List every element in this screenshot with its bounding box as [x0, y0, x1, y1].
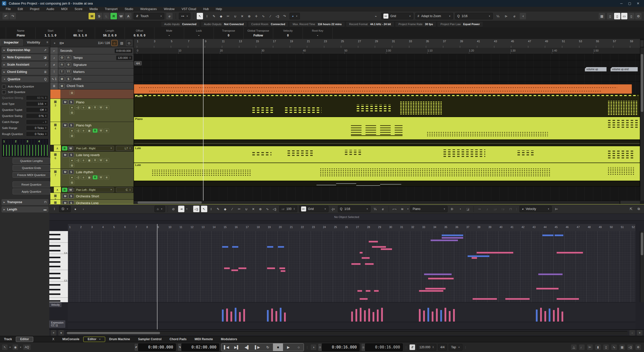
play-button[interactable]: ▶: [283, 343, 293, 351]
primary-time-display[interactable]: ◷0:00:16.000: [318, 343, 359, 351]
editor-pencil-tool[interactable]: ✎: [215, 206, 221, 212]
pencil-tool[interactable]: ✎: [211, 13, 217, 19]
spinner[interactable]: ▲▼: [129, 189, 131, 191]
midi-note[interactable]: [267, 246, 273, 248]
channel-settings-button[interactable]: ≣: [104, 105, 109, 110]
tap-tempo-button[interactable]: Tap▼: [449, 344, 462, 350]
write-automation-button[interactable]: W: [68, 146, 73, 151]
global-r-button[interactable]: R: [110, 13, 117, 19]
menu-studio[interactable]: Studio: [121, 7, 136, 11]
menu-transport[interactable]: Transport: [101, 7, 121, 11]
info-mute[interactable]: Mute-: [154, 27, 184, 39]
midi-note[interactable]: [471, 257, 477, 259]
auto-scroll-icon[interactable]: ⌁: [373, 13, 379, 19]
menu-help[interactable]: Help: [213, 7, 225, 11]
menu-audio[interactable]: Audio: [43, 7, 57, 11]
editor-pointer-tool[interactable]: ↖: [201, 206, 207, 212]
midi-note[interactable]: [366, 290, 371, 292]
move-insert-icon[interactable]: ↓♪: [492, 206, 498, 212]
drum-editor-icon[interactable]: ⊪: [449, 206, 455, 212]
midi-note[interactable]: [505, 298, 530, 300]
velocity-bar[interactable]: [436, 309, 438, 322]
q-panel-button[interactable]: e: [380, 206, 386, 212]
cycle-marker-volume-up-end[interactable]: volume up end: [611, 67, 638, 71]
chip-m[interactable]: M: [59, 84, 65, 88]
editor-tab-editor[interactable]: Editor▼: [83, 337, 105, 342]
editor-scissors-tool[interactable]: ✂: [236, 206, 243, 212]
setup-window-layout-button[interactable]: ⚙: [635, 13, 641, 19]
midi-event[interactable]: [134, 84, 632, 94]
midi-note[interactable]: [467, 255, 490, 257]
write-automation-button[interactable]: W: [98, 105, 103, 110]
cycle-button[interactable]: ↻: [263, 343, 273, 351]
menu-midi[interactable]: MIDI: [58, 7, 71, 11]
track-chord-track[interactable]: ≣MChord Track: [50, 82, 134, 90]
midi-note[interactable]: [538, 273, 563, 275]
audiowarp-quantize-icon[interactable]: ⊳: [503, 13, 509, 19]
monitor-button[interactable]: ◁): [75, 105, 80, 110]
velocity-bar[interactable]: [536, 310, 538, 322]
midi-note[interactable]: [280, 270, 286, 272]
edit-channel-button[interactable]: e: [81, 128, 86, 133]
retrospective-record-icon[interactable]: ◑: [80, 206, 86, 212]
signature-value[interactable]: 4/4: [438, 344, 447, 350]
info-start[interactable]: Start1. 1. 1. 0: [36, 27, 65, 39]
section-scale-assistant[interactable]: ▶Scale Assistant♪: [2, 62, 49, 68]
info-offset[interactable]: Offset0. 0. 0. 0: [125, 27, 154, 39]
velocity-bar[interactable]: [423, 311, 425, 322]
edit-channel-button[interactable]: e: [81, 175, 86, 180]
button-quantize-ends[interactable]: Quantize Ends: [13, 165, 50, 171]
menu-edit[interactable]: Edit: [14, 7, 26, 11]
bottom-zone-toggle[interactable]: ▭: [621, 13, 627, 19]
global-l-button[interactable]: L: [103, 13, 110, 19]
zone-tab-editor[interactable]: Editor: [16, 337, 33, 342]
black-key[interactable]: [49, 261, 60, 263]
automation-param-dropdown[interactable]: Pan Left - Right▼: [74, 187, 114, 192]
quantize-panel-button[interactable]: e: [511, 13, 518, 19]
lock-icon[interactable]: ⊓: [507, 206, 514, 212]
pointer-tool[interactable]: ↖: [197, 13, 203, 19]
colors-menu-icon[interactable]: ◔: [457, 206, 463, 212]
automation-value[interactable]: C▲▼: [116, 187, 133, 192]
midi-note[interactable]: [369, 241, 378, 243]
midi-event-piano[interactable]: Piano: [134, 94, 640, 117]
editor-ruler[interactable]: 1234567891011121314151617181920212223242…: [68, 224, 635, 231]
note-display[interactable]: [68, 231, 635, 302]
velocity-bar[interactable]: [453, 309, 455, 322]
midi-event-piano[interactable]: Piano: [134, 117, 640, 140]
velocity-bar[interactable]: [364, 310, 366, 322]
menu-vst-cloud[interactable]: VST Cloud: [178, 7, 199, 11]
midi-event-lute[interactable]: Lute: [134, 163, 640, 181]
midi-note[interactable]: [351, 263, 361, 265]
chip-gear[interactable]: ⚙: [66, 63, 71, 67]
event-display[interactable]: 1357911131517192123252729313335373941434…: [134, 39, 640, 204]
global-s-button[interactable]: S: [96, 13, 102, 19]
project-hscrollbar[interactable]: [134, 201, 619, 204]
edited-part-dropdown[interactable]: Piano▼: [410, 206, 448, 212]
menu-window[interactable]: Window: [160, 7, 178, 11]
mute-button[interactable]: M: [62, 153, 68, 157]
line-tool[interactable]: ∕: [267, 13, 273, 19]
editor-tab-midi-remote[interactable]: MIDI Remote: [190, 337, 217, 342]
spinner[interactable]: ▲▼: [45, 109, 47, 111]
project-zoom-v[interactable]: [640, 40, 643, 47]
iterative-q-icon[interactable]: ¼: [372, 206, 378, 212]
onscreen-keyboard-button[interactable]: ▦: [599, 13, 605, 19]
info-lock[interactable]: Lock-: [184, 27, 214, 39]
stop-button[interactable]: ■: [273, 343, 283, 351]
editor-hscrollbar[interactable]: [66, 331, 627, 335]
goto-end-button[interactable]: ▶▌: [232, 343, 242, 351]
track-row-orchestra-short[interactable]: ▦8MSOrchestra Short: [50, 193, 134, 200]
track-row-orchestra-long[interactable]: ▦9MSOrchestra Long: [50, 200, 134, 204]
velocity-lane[interactable]: [68, 302, 635, 322]
record-in-editor-button[interactable]: ●: [72, 206, 78, 212]
edit-channel-button[interactable]: e: [166, 13, 173, 19]
automation-lane[interactable]: [134, 181, 640, 187]
lane-display-button[interactable]: ▤: [69, 91, 74, 95]
velocity-bar[interactable]: [280, 308, 281, 322]
velocity-bar[interactable]: [427, 308, 429, 322]
read-automation-button[interactable]: R: [93, 158, 98, 162]
check-auto-apply-quantize[interactable]: Auto Apply Quantize: [2, 84, 48, 89]
iterative-quantize-icon[interactable]: ¼: [495, 13, 501, 19]
velocity-bar[interactable]: [230, 312, 232, 322]
